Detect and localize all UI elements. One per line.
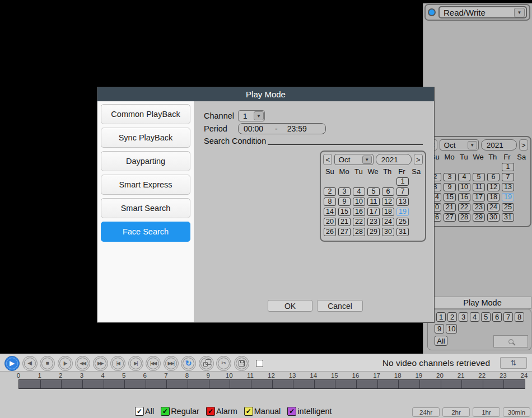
channel-button-3[interactable]: 3: [459, 312, 468, 322]
channel-button-10[interactable]: 10: [446, 324, 457, 334]
calendar-date-cell[interactable]: 11: [473, 183, 485, 191]
chevron-down-icon[interactable]: ▼: [514, 8, 525, 17]
calendar-date-cell[interactable]: 8: [324, 198, 336, 206]
calendar-date-cell[interactable]: 19: [502, 193, 514, 201]
calendar-date-cell[interactable]: 23: [367, 218, 380, 226]
calendar-date-cell[interactable]: 4: [458, 173, 470, 181]
calendar-date-cell[interactable]: 29: [367, 228, 380, 236]
play-mode-panel-header[interactable]: Play Mode: [433, 297, 531, 309]
calendar-date-cell[interactable]: 21: [444, 203, 456, 212]
calendar-date-cell[interactable]: 16: [458, 193, 470, 201]
channel-button-9[interactable]: 9: [435, 324, 444, 334]
channel-button-8[interactable]: 8: [515, 312, 524, 322]
calendar-date-cell[interactable]: 6: [487, 173, 500, 181]
ctrl-next-frame-button[interactable]: ▶|: [128, 356, 143, 371]
calendar-date-cell[interactable]: 27: [444, 213, 456, 222]
period-end[interactable]: 23:59: [287, 124, 307, 133]
chevron-down-icon[interactable]: ▼: [362, 156, 372, 164]
playback-select-checkbox[interactable]: [256, 360, 263, 367]
range-button-30min[interactable]: 30min: [503, 407, 530, 417]
channel-dropdown[interactable]: 1 ▼: [238, 110, 265, 121]
legend-checkbox-regular[interactable]: ✓: [161, 407, 170, 416]
ctrl-save-button[interactable]: [234, 356, 249, 371]
calendar-date-cell[interactable]: 30: [487, 213, 500, 222]
ctrl-rewind-button[interactable]: ◀◀: [75, 356, 90, 371]
chevron-down-icon[interactable]: ▼: [254, 111, 264, 120]
calendar-date-cell[interactable]: 3: [444, 173, 456, 181]
ctrl-slow-play-button[interactable]: |▶: [58, 356, 73, 371]
calendar-date-cell[interactable]: 25: [502, 203, 514, 212]
ctrl-prev-file-button[interactable]: |◀◀: [146, 356, 161, 371]
calendar-date-cell[interactable]: 15: [444, 193, 456, 201]
calendar-month-select[interactable]: Oct ▼: [334, 154, 373, 165]
calendar-prev-button[interactable]: <: [323, 154, 332, 165]
calendar-date-cell[interactable]: 1: [502, 163, 514, 171]
calendar-date-cell[interactable]: 12: [382, 198, 394, 206]
swap-button[interactable]: ⇅: [500, 357, 527, 369]
calendar-date-cell[interactable]: 28: [353, 228, 365, 236]
calendar-date-cell[interactable]: 17: [473, 193, 485, 201]
calendar-next-button[interactable]: >: [519, 139, 528, 151]
channel-button-4[interactable]: 4: [470, 312, 479, 322]
disk-mode-radio-icon[interactable]: [428, 8, 436, 16]
calendar-date-cell[interactable]: 31: [396, 228, 409, 236]
range-button-24hr[interactable]: 24hr: [412, 407, 440, 417]
ctrl-next-file-button[interactable]: ▶▶|: [164, 356, 179, 371]
channel-button-5[interactable]: 5: [481, 312, 491, 322]
calendar-date-cell[interactable]: 24: [487, 203, 500, 212]
ctrl-reverse-play-button[interactable]: ◀: [22, 356, 38, 371]
calendar-date-cell[interactable]: 22: [458, 203, 470, 212]
calendar-date-cell[interactable]: 11: [367, 198, 380, 206]
calendar-date-cell[interactable]: 21: [338, 218, 351, 226]
calendar-date-cell[interactable]: 31: [502, 213, 514, 222]
calendar-date-cell[interactable]: 28: [458, 213, 470, 222]
calendar-date-cell[interactable]: 17: [367, 208, 380, 216]
channel-button-6[interactable]: 6: [492, 312, 502, 322]
channel-all-button[interactable]: All: [435, 336, 447, 346]
period-field[interactable]: 00:00 - 23:59: [238, 123, 326, 134]
calendar-date-cell[interactable]: 12: [487, 183, 500, 191]
calendar-date-cell[interactable]: 13: [396, 198, 409, 206]
search-button[interactable]: [493, 335, 528, 347]
channel-button-1[interactable]: 1: [436, 312, 446, 322]
channel-button-7[interactable]: 7: [503, 312, 513, 322]
calendar-date-cell[interactable]: 19: [396, 208, 409, 216]
calendar-date-cell[interactable]: 5: [367, 187, 380, 196]
calendar-date-cell[interactable]: 6: [382, 187, 394, 196]
calendar-date-cell[interactable]: 5: [473, 173, 485, 181]
legend-checkbox-all[interactable]: ✓: [135, 407, 144, 416]
calendar-date-cell[interactable]: 10: [458, 183, 470, 191]
calendar-date-cell[interactable]: 2: [324, 187, 336, 196]
calendar-year-field[interactable]: 2021: [376, 154, 412, 165]
legend-checkbox-manual[interactable]: ✓: [244, 407, 253, 416]
range-button-2hr[interactable]: 2hr: [442, 407, 470, 417]
calendar-date-cell[interactable]: 10: [353, 198, 365, 206]
period-start[interactable]: 00:00: [244, 124, 263, 133]
calendar-date-cell[interactable]: 25: [396, 218, 409, 226]
ctrl-stop-button[interactable]: ■: [40, 356, 55, 371]
legend-checkbox-intelligent[interactable]: ✓: [287, 407, 296, 416]
sidebar-item-smart-express[interactable]: Smart Express: [101, 175, 190, 195]
ctrl-loop-button[interactable]: ↻: [181, 356, 196, 371]
calendar-date-cell[interactable]: 14: [324, 208, 336, 216]
legend-checkbox-alarm[interactable]: ✓: [206, 407, 215, 416]
cancel-button[interactable]: Cancel: [317, 300, 363, 312]
calendar-next-button[interactable]: >: [414, 154, 423, 165]
chevron-down-icon[interactable]: ▼: [468, 141, 477, 149]
calendar-date-cell[interactable]: 16: [353, 208, 365, 216]
ctrl-clip-button[interactable]: ✂: [216, 356, 231, 371]
sidebar-item-smart-search[interactable]: Smart Search: [101, 198, 190, 218]
sidebar-item-sync-playback[interactable]: Sync PlayBack: [101, 128, 190, 148]
range-button-1hr[interactable]: 1hr: [473, 407, 500, 417]
calendar-date-cell[interactable]: 7: [502, 173, 514, 181]
calendar-date-cell[interactable]: 13: [502, 183, 514, 191]
sidebar-item-dayparting[interactable]: Dayparting: [101, 151, 190, 171]
ctrl-copy-button[interactable]: [199, 356, 214, 371]
sidebar-item-common-playback[interactable]: Common PlayBack: [101, 104, 190, 124]
calendar-date-cell[interactable]: 9: [338, 198, 351, 206]
read-write-dropdown[interactable]: Read/Write ▼: [438, 6, 527, 18]
calendar-date-cell[interactable]: 29: [473, 213, 485, 222]
calendar-date-cell[interactable]: 4: [353, 187, 365, 196]
calendar-date-cell[interactable]: 3: [338, 187, 351, 196]
calendar-date-cell[interactable]: 15: [338, 208, 351, 216]
